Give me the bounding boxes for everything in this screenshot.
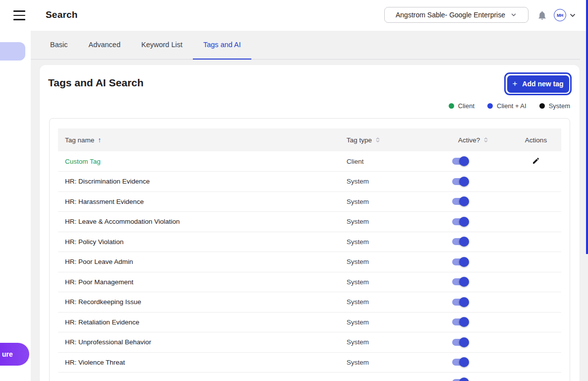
- table-header-row: Tag name↑Tag typeActive?Actions: [58, 128, 561, 151]
- table-row: HR: Retaliation Evidence System: [58, 312, 561, 332]
- tag-type: System: [340, 292, 445, 313]
- table-row: HR: Unprofessional Behavior System: [58, 332, 561, 353]
- column-header-tagname[interactable]: Tag name↑: [58, 128, 340, 151]
- legend-label: Client: [458, 102, 474, 110]
- column-header-active[interactable]: Active?: [445, 128, 511, 151]
- tag-name: HR: Violence Threat: [65, 359, 125, 366]
- tag-type-legend: Client Client + AI System: [449, 102, 570, 110]
- table-row: HR: Violence Threat System: [58, 352, 561, 373]
- add-tag-focus-ring: + Add new tag: [504, 72, 572, 95]
- legend-item: System: [539, 102, 570, 110]
- table-row: HR: Discrimination Evidence System: [58, 172, 561, 192]
- column-header-actions: Actions: [511, 128, 561, 151]
- client-selector-dropdown[interactable]: Angstrom Sable- Google Enterprise: [384, 7, 529, 23]
- chevron-down-icon: [510, 11, 517, 18]
- active-toggle[interactable]: [452, 357, 469, 367]
- active-toggle[interactable]: [452, 237, 469, 247]
- table-row: HR: Recordkeeping Issue System: [58, 292, 561, 313]
- legend-label: Client + AI: [497, 102, 527, 110]
- sidebar-active-item[interactable]: [0, 42, 25, 61]
- search-tab-strip: BasicAdvancedKeyword ListTags and AI: [31, 31, 580, 60]
- tab-tags-and-ai[interactable]: Tags and AI: [193, 31, 251, 60]
- tag-name: HR: Poor Leave Admin: [65, 258, 133, 265]
- top-bar: Search Angstrom Sable- Google Enterprise…: [0, 0, 588, 31]
- table-row: HR: Poor Management System: [58, 272, 561, 292]
- section-heading: Tags and AI Search: [48, 77, 144, 89]
- table-row: HR: Policy Violation System: [58, 232, 561, 252]
- sidebar-cta-button[interactable]: ure: [0, 343, 29, 366]
- edit-tag-button[interactable]: [531, 156, 541, 167]
- tab-advanced[interactable]: Advanced: [78, 31, 131, 60]
- legend-dot-icon: [487, 103, 493, 109]
- tag-table-body: Custom Tag Client HR: Discrimination Evi…: [58, 151, 561, 381]
- tag-type: System: [340, 172, 445, 192]
- scrollbar-thumb[interactable]: [586, 0, 588, 254]
- tag-name: Custom Tag: [65, 158, 101, 165]
- tag-name: HR: Retaliation Evidence: [65, 318, 139, 326]
- user-menu-chevron-icon[interactable]: [569, 11, 577, 21]
- active-toggle[interactable]: [452, 277, 469, 287]
- legend-dot-icon: [539, 103, 545, 109]
- sort-icon: [483, 136, 488, 143]
- tag-type: System: [340, 232, 445, 252]
- tab-list: BasicAdvancedKeyword ListTags and AI: [40, 31, 251, 60]
- active-toggle[interactable]: [452, 177, 469, 187]
- tag-type: System: [340, 352, 445, 373]
- tab-basic[interactable]: Basic: [40, 31, 78, 60]
- tag-type: Client: [340, 151, 445, 172]
- active-toggle[interactable]: [452, 297, 469, 307]
- avatar[interactable]: MH: [554, 9, 566, 21]
- active-toggle[interactable]: [452, 378, 469, 381]
- tag-name: HR: Poor Management: [65, 278, 133, 286]
- table-row: Custom Tag Client: [58, 151, 561, 172]
- tab-keyword-list[interactable]: Keyword List: [131, 31, 193, 60]
- tags-table-container: Tag name↑Tag typeActive?Actions Custom T…: [49, 118, 570, 381]
- notifications-bell-icon[interactable]: [537, 10, 547, 21]
- tag-name: HR: Harassment Evidence: [65, 198, 144, 205]
- sort-asc-icon: ↑: [98, 136, 101, 144]
- tag-type: System: [340, 332, 445, 353]
- table-row: [58, 373, 561, 381]
- table-row: HR: Harassment Evidence System: [58, 191, 561, 212]
- sidebar-cta-label: ure: [2, 350, 13, 358]
- tag-type: System: [340, 212, 445, 232]
- tag-name: HR: Unprofessional Behavior: [65, 338, 151, 346]
- legend-item: Client + AI: [487, 102, 527, 110]
- legend-dot-icon: [449, 103, 454, 109]
- table-row: HR: Poor Leave Admin System: [58, 252, 561, 272]
- client-selector-value: Angstrom Sable- Google Enterprise: [396, 11, 505, 19]
- tag-name: HR: Policy Violation: [65, 238, 123, 246]
- active-toggle[interactable]: [452, 156, 469, 166]
- active-toggle[interactable]: [452, 257, 469, 267]
- tag-name: HR: Leave & Accommodation Violation: [65, 218, 180, 225]
- tag-type: System: [340, 312, 445, 332]
- tag-type: System: [340, 191, 445, 212]
- sort-icon: [375, 136, 380, 143]
- tag-type: [340, 373, 445, 381]
- tag-name: HR: Discrimination Evidence: [65, 178, 150, 185]
- tags-panel: Tags and AI Search + Add new tag Client …: [40, 65, 580, 381]
- pencil-icon: [532, 157, 540, 165]
- add-new-tag-button[interactable]: + Add new tag: [507, 75, 569, 93]
- tags-table: Tag name↑Tag typeActive?Actions Custom T…: [58, 128, 561, 381]
- table-row: HR: Leave & Accommodation Violation Syst…: [58, 212, 561, 232]
- active-toggle[interactable]: [452, 217, 469, 227]
- active-toggle[interactable]: [452, 337, 469, 347]
- tag-name: HR: Recordkeeping Issue: [65, 298, 141, 306]
- plus-icon: +: [512, 79, 517, 89]
- active-toggle[interactable]: [452, 196, 469, 206]
- page-title: Search: [46, 9, 78, 20]
- legend-label: System: [549, 102, 570, 110]
- tag-type: System: [340, 252, 445, 272]
- left-sidebar: ure: [0, 31, 31, 381]
- tag-type: System: [340, 272, 445, 292]
- column-header-tagtype[interactable]: Tag type: [340, 128, 445, 151]
- menu-icon[interactable]: [13, 10, 25, 20]
- active-toggle[interactable]: [452, 317, 469, 327]
- legend-item: Client: [449, 102, 474, 110]
